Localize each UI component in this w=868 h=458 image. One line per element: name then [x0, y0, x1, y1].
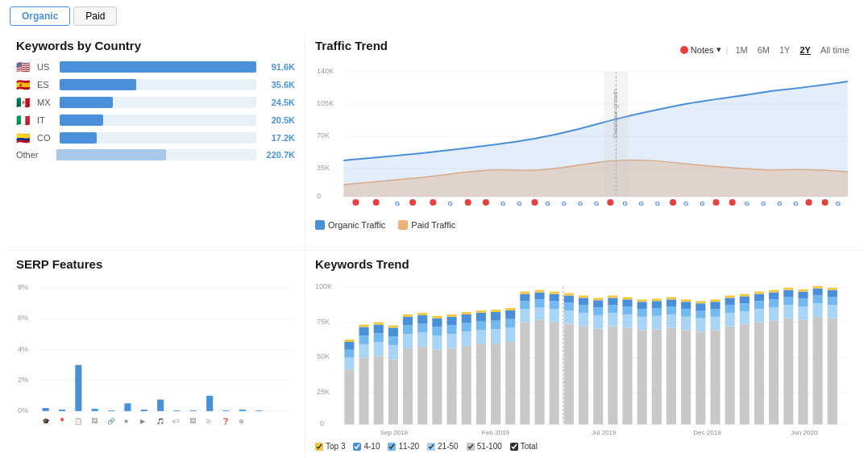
svg-rect-252 — [798, 320, 808, 425]
svg-rect-222 — [710, 330, 720, 424]
svg-point-20 — [483, 199, 489, 206]
svg-rect-266 — [828, 288, 837, 290]
legend-51-100-check[interactable] — [467, 443, 475, 451]
svg-text:G: G — [761, 200, 766, 207]
svg-text:Jul 2019: Jul 2019 — [592, 429, 617, 436]
svg-text:🔗: 🔗 — [107, 417, 115, 425]
svg-rect-106 — [374, 356, 384, 425]
trend-header: Traffic Trend Notes ▾ | 1M 6M 1Y 2Y All … — [315, 39, 852, 60]
svg-text:🏷: 🏷 — [172, 418, 179, 425]
svg-rect-142 — [476, 330, 486, 344]
svg-point-19 — [465, 199, 471, 206]
svg-rect-174 — [564, 302, 574, 310]
serp-features-title: SERP Features — [16, 257, 295, 271]
legend-total-check[interactable] — [510, 443, 518, 451]
svg-rect-193 — [622, 314, 632, 328]
svg-text:🖼: 🖼 — [189, 418, 196, 425]
svg-rect-137 — [462, 331, 471, 346]
svg-rect-179 — [579, 305, 588, 313]
svg-text:G: G — [655, 200, 660, 207]
svg-rect-204 — [652, 308, 662, 316]
svg-rect-134 — [446, 317, 456, 326]
svg-text:G: G — [793, 200, 798, 207]
svg-text:4%: 4% — [18, 345, 28, 353]
svg-rect-162 — [534, 307, 544, 320]
trend-controls: Notes ▾ | 1M 6M 1Y 2Y All time — [680, 44, 852, 56]
svg-rect-135 — [446, 314, 456, 317]
svg-rect-196 — [622, 297, 632, 299]
svg-rect-215 — [681, 302, 691, 309]
svg-rect-186 — [593, 298, 603, 300]
svg-rect-105 — [359, 325, 368, 327]
svg-point-16 — [409, 199, 416, 206]
time-btn-6m[interactable]: 6M — [755, 44, 772, 56]
legend-organic-dot — [315, 220, 325, 230]
svg-rect-251 — [783, 288, 793, 290]
svg-rect-119 — [403, 317, 413, 326]
svg-text:8%: 8% — [18, 284, 28, 292]
svg-rect-201 — [638, 299, 647, 302]
svg-rect-224 — [710, 309, 720, 317]
svg-rect-232 — [740, 325, 750, 425]
svg-rect-238 — [754, 309, 764, 323]
svg-rect-153 — [505, 319, 515, 328]
notes-button[interactable]: Notes ▾ — [680, 44, 721, 55]
bar-bg-other — [56, 149, 256, 160]
svg-rect-61 — [157, 400, 164, 411]
svg-text:📋: 📋 — [74, 417, 82, 425]
svg-rect-221 — [696, 301, 705, 303]
legend-top3-check[interactable] — [315, 443, 323, 451]
legend-11-20-check[interactable] — [388, 443, 396, 451]
svg-rect-125 — [417, 313, 427, 315]
svg-rect-145 — [476, 310, 486, 313]
time-btn-all[interactable]: All time — [818, 44, 852, 56]
tab-paid[interactable]: Paid — [73, 6, 117, 26]
svg-text:105K: 105K — [317, 99, 334, 107]
svg-text:75K: 75K — [317, 318, 330, 326]
legend-11-20-label: 11-20 — [398, 442, 419, 451]
svg-rect-12 — [604, 72, 628, 197]
code-mx: MX — [37, 98, 55, 107]
svg-rect-211 — [667, 297, 676, 299]
legend-total-label: Total — [521, 442, 538, 451]
svg-rect-261 — [813, 286, 823, 289]
svg-rect-248 — [783, 305, 793, 319]
svg-rect-118 — [403, 326, 413, 335]
svg-text:❓: ❓ — [222, 417, 230, 425]
country-row-us: 🇺🇸 US 91.6K — [16, 60, 295, 73]
svg-rect-141 — [476, 344, 486, 424]
bar-fill-mx — [60, 97, 113, 108]
legend-21-50-check[interactable] — [427, 443, 435, 451]
svg-rect-124 — [417, 315, 427, 324]
bar-bg-us — [60, 61, 256, 73]
svg-rect-258 — [813, 303, 823, 317]
svg-rect-264 — [828, 297, 837, 305]
serp-chart-svg: 8% 6% 4% 2% 0% — [16, 279, 295, 440]
time-btn-1y[interactable]: 1Y — [777, 44, 792, 56]
svg-rect-133 — [446, 326, 456, 335]
svg-rect-242 — [769, 321, 779, 425]
value-mx: 24.5K — [261, 98, 295, 107]
svg-rect-147 — [491, 329, 500, 344]
svg-rect-239 — [754, 301, 764, 309]
svg-rect-63 — [190, 410, 197, 411]
time-btn-1m[interactable]: 1M — [733, 44, 750, 56]
svg-rect-107 — [374, 342, 384, 356]
time-btn-2y[interactable]: 2Y — [797, 44, 812, 56]
svg-rect-181 — [579, 295, 588, 298]
country-row-mx: 🇲🇽 MX 24.5K — [16, 96, 295, 109]
svg-rect-208 — [667, 314, 676, 328]
svg-rect-176 — [564, 294, 574, 296]
svg-rect-236 — [740, 294, 750, 297]
svg-rect-138 — [462, 323, 471, 332]
svg-rect-240 — [754, 294, 764, 302]
svg-text:📍: 📍 — [58, 417, 66, 425]
svg-rect-131 — [446, 348, 456, 425]
svg-rect-130 — [432, 316, 442, 319]
svg-rect-202 — [652, 329, 662, 424]
svg-rect-249 — [783, 297, 793, 305]
tab-organic[interactable]: Organic — [10, 6, 70, 26]
legend-4-10-check[interactable] — [353, 443, 361, 451]
svg-rect-114 — [388, 327, 398, 336]
svg-text:⊕: ⊕ — [239, 418, 244, 425]
